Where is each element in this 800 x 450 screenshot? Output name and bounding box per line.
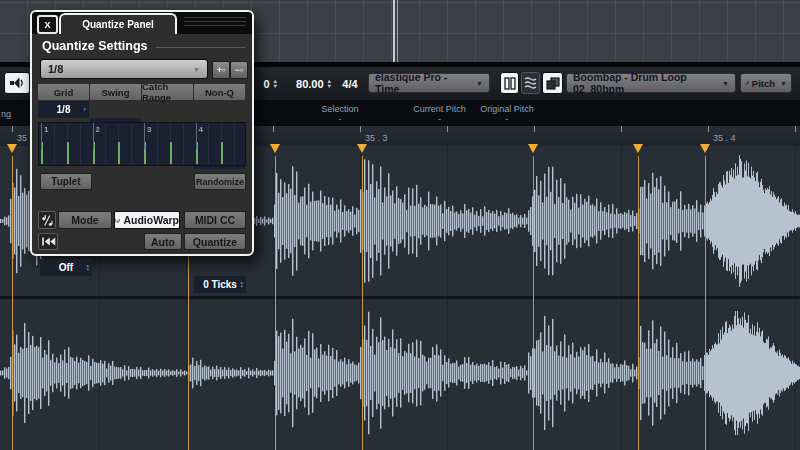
grid-division-line	[131, 123, 132, 165]
quantize-panel: X Quantize Panel Quantize Settings 1/8 ▼…	[30, 10, 254, 256]
current-pitch-value[interactable]: -	[408, 114, 471, 124]
project-cursor	[393, 0, 395, 62]
warp-marker-line[interactable]	[12, 156, 14, 450]
randomize-value-field[interactable]: 0 Ticks ▲▼	[194, 276, 246, 293]
warp-marker-line[interactable]	[533, 156, 535, 450]
tempo-stepper[interactable]: ▲▼	[327, 79, 332, 89]
grid-line	[0, 2, 800, 3]
chevron-down-icon: ▼	[717, 80, 729, 87]
time-signature-display[interactable]: 4/4	[338, 73, 362, 95]
clip-browser-button[interactable]	[542, 72, 563, 94]
ruler-tick	[534, 126, 535, 132]
remove-preset-button[interactable]: −▫	[230, 61, 248, 79]
ruler-tick	[708, 126, 709, 132]
tempo-display[interactable]: 80.00 ▲▼	[286, 73, 332, 95]
warp-marker-handle[interactable]	[528, 144, 538, 153]
current-pitch-label: Current Pitch	[408, 104, 471, 114]
panel-title-bar[interactable]: X Quantize Panel	[32, 12, 252, 34]
warp-algorithm-dropdown[interactable]: élastique Pro - Time ▼	[368, 73, 490, 93]
warp-marker-line[interactable]	[275, 156, 277, 450]
snap-value: 0	[263, 78, 269, 90]
lanes-icon	[504, 77, 516, 90]
tuplet-button[interactable]: Tuplet	[40, 173, 92, 190]
grid-division-line	[234, 123, 235, 165]
beat-line	[93, 123, 94, 149]
warp-marker-handle[interactable]	[7, 144, 17, 153]
reset-button[interactable]	[38, 233, 58, 250]
audiowarp-icon	[115, 215, 120, 226]
note-fraction-icon	[41, 214, 54, 227]
lanes-view-button[interactable]	[500, 72, 519, 94]
store-preset-button[interactable]: +▫	[212, 61, 230, 79]
stepper-icon[interactable]: ▲▼	[86, 264, 90, 272]
beat-line	[196, 123, 197, 149]
drag-handle[interactable]	[184, 17, 246, 29]
grid-division-line	[183, 123, 184, 165]
layers-icon	[546, 77, 560, 90]
clip-name-dropdown[interactable]: Boombap - Drum Loop 02_80bpm ▼	[566, 73, 736, 93]
equal-gain-button[interactable]	[521, 72, 540, 94]
clipped-label: ng	[1, 109, 11, 119]
grid-division-line	[157, 123, 158, 165]
ruler-tick	[273, 126, 274, 132]
chevron-down-icon: ▼	[193, 66, 200, 73]
warp-marker-line[interactable]	[362, 156, 364, 450]
project-cursor-shadow	[397, 0, 398, 62]
ruler-tick	[447, 126, 448, 132]
pitch-arrow-icon	[745, 78, 750, 88]
original-pitch-label: Original Pitch	[473, 104, 541, 114]
eighth-note-line	[67, 142, 69, 164]
swing-column-header: Swing	[90, 84, 141, 100]
waves-icon	[524, 77, 537, 89]
beat-number: 2	[96, 125, 100, 134]
auto-button[interactable]: Auto	[144, 233, 182, 250]
chevron-down-icon: ▼	[83, 108, 87, 112]
ruler-tick	[621, 126, 622, 132]
ruler-label: 35 . 4	[713, 133, 736, 143]
beat-number: 4	[199, 125, 203, 134]
beat-number: 3	[147, 125, 151, 134]
note-value-mode-button[interactable]	[38, 211, 56, 229]
sample-editor-window: 0 ▲▼ 80.00 ▲▼ 4/4 élastique Pro - Time ▼	[0, 0, 800, 450]
nonq-column-header: Non-Q	[194, 84, 245, 100]
tuplet-value-field[interactable]: Off ▲▼	[40, 259, 92, 276]
grid-division-line	[105, 123, 106, 165]
warp-marker-handle[interactable]	[270, 144, 280, 153]
randomize-button[interactable]: Randomize	[194, 173, 246, 190]
quantize-apply-button[interactable]: Quantize	[184, 233, 246, 250]
eighth-note-line	[118, 142, 120, 164]
preset-dropdown[interactable]: 1/8 ▼	[40, 59, 208, 79]
stepper-icon[interactable]: ▲▼	[240, 281, 244, 289]
eighth-note-line	[221, 142, 223, 164]
snap-stepper[interactable]: ▲▼	[273, 79, 278, 89]
mode-button[interactable]: Mode	[58, 211, 112, 229]
close-button[interactable]: X	[37, 15, 58, 34]
beat-number: 1	[44, 125, 48, 134]
quantize-grid-display: 1234	[38, 122, 246, 166]
heading-rule	[156, 47, 246, 48]
midi-cc-tab-button[interactable]: MIDI CC	[184, 211, 246, 229]
warp-marker-line[interactable]	[638, 156, 640, 450]
grid-value-dropdown[interactable]: 1/8 ▼	[38, 101, 89, 118]
original-pitch-value[interactable]: -	[473, 114, 541, 124]
snap-value-display[interactable]: 0 ▲▼	[252, 73, 278, 95]
panel-tab[interactable]: Quantize Panel	[59, 13, 177, 34]
warp-marker-handle[interactable]	[633, 144, 643, 153]
audiowarp-tab-button[interactable]: AudioWarp	[114, 211, 180, 229]
pitch-dropdown[interactable]: Pitch ▼	[740, 73, 792, 93]
warp-marker-line[interactable]	[705, 156, 707, 450]
eighth-note-line	[170, 142, 172, 164]
catch-range-column-header: Catch Range	[142, 84, 193, 100]
rewind-icon	[41, 237, 56, 246]
selection-label: Selection	[290, 104, 390, 114]
ruler-tick	[360, 126, 361, 132]
grid-column-header: Grid	[38, 84, 89, 100]
chevron-down-icon: ▼	[471, 80, 483, 87]
selection-value[interactable]: -	[290, 114, 390, 124]
monitor-button[interactable]	[4, 72, 30, 94]
beat-line	[144, 123, 145, 149]
warp-marker-handle[interactable]	[700, 144, 710, 153]
beat-line	[41, 123, 42, 149]
grid-division-line	[80, 123, 81, 165]
warp-marker-handle[interactable]	[357, 144, 367, 153]
